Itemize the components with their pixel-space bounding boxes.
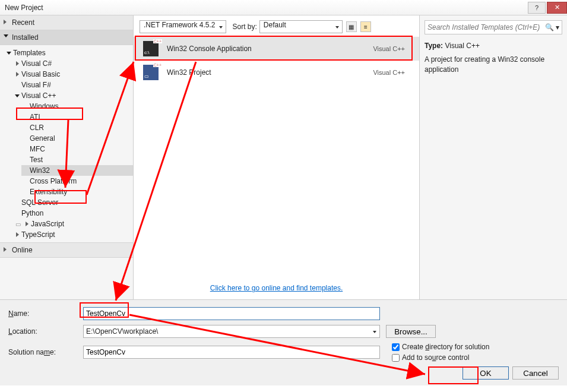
template-name: Win32 Console Application xyxy=(167,45,373,53)
tree-visual-fsharp[interactable]: Visual F# xyxy=(13,80,133,90)
search-box[interactable]: 🔍 ▾ xyxy=(425,20,562,34)
tree-windows[interactable]: Windows xyxy=(21,101,133,112)
chevron-right-icon xyxy=(4,20,7,24)
solution-name-input[interactable] xyxy=(83,346,380,359)
template-win32-project[interactable]: ▭ Win32 Project Visual C++ xyxy=(134,61,419,84)
window-title: New Project xyxy=(5,4,43,12)
tree-atl[interactable]: ATL xyxy=(21,112,133,122)
main-area: Recent Installed Templates Visual C# Vis… xyxy=(0,15,567,299)
chevron-down-icon xyxy=(7,52,11,55)
chevron-right-icon xyxy=(16,72,19,77)
tree-clr[interactable]: CLR xyxy=(21,122,133,133)
framework-dropdown[interactable]: .NET Framework 4.5.2 xyxy=(140,20,226,33)
template-icon: c:\ xyxy=(143,41,159,56)
titlebar: New Project ? ✕ xyxy=(0,0,567,15)
category-installed[interactable]: Installed xyxy=(0,30,133,45)
template-icon: ▭ xyxy=(143,65,159,80)
tree-typescript[interactable]: TypeScript xyxy=(13,229,133,240)
view-list-icon[interactable]: ≡ xyxy=(360,21,371,32)
template-lang: Visual C++ xyxy=(373,45,405,52)
tree-templates[interactable]: Templates xyxy=(5,48,133,58)
category-online[interactable]: Online xyxy=(0,242,133,258)
template-list: c:\ Win32 Console Application Visual C++… xyxy=(134,37,419,278)
tree-extensibility[interactable]: Extensibility xyxy=(21,186,133,197)
category-label: Online xyxy=(12,246,33,254)
chevron-right-icon xyxy=(16,232,19,237)
name-input[interactable] xyxy=(83,307,380,320)
tree-sql-server[interactable]: SQL Server xyxy=(13,197,133,208)
online-link-row: Click here to go online and find templat… xyxy=(134,278,419,299)
create-directory-label: Create directory for solution xyxy=(402,343,489,351)
tree-general[interactable]: General xyxy=(21,133,133,144)
search-icon[interactable]: 🔍 ▾ xyxy=(545,23,559,31)
browse-button[interactable]: Browse... xyxy=(386,325,436,338)
chevron-down-icon xyxy=(15,94,20,97)
view-grid-icon[interactable]: ▦ xyxy=(346,21,357,32)
window-controls: ? ✕ xyxy=(527,2,567,14)
chevron-right-icon xyxy=(16,61,19,66)
left-pane: Recent Installed Templates Visual C# Vis… xyxy=(0,15,134,299)
ok-button[interactable]: OK xyxy=(463,366,509,380)
tree-mfc[interactable]: MFC xyxy=(21,144,133,154)
template-type: Type: Visual C++ xyxy=(425,42,562,50)
tree-visual-csharp[interactable]: Visual C# xyxy=(13,58,133,69)
templates-tree: Templates Visual C# Visual Basic Visual … xyxy=(0,45,133,242)
chevron-down-icon xyxy=(4,34,8,37)
chevron-right-icon xyxy=(26,222,28,226)
tree-visual-basic[interactable]: Visual Basic xyxy=(13,69,133,80)
center-pane: .NET Framework 4.5.2 Sort by: Default ▦ … xyxy=(134,15,419,299)
source-control-checkbox[interactable] xyxy=(392,354,400,362)
help-button[interactable]: ? xyxy=(528,2,546,14)
close-button[interactable]: ✕ xyxy=(547,2,567,14)
category-label: Recent xyxy=(12,18,34,27)
tree-javascript[interactable]: ▭JavaScript xyxy=(13,219,133,229)
template-name: Win32 Project xyxy=(167,68,373,77)
online-templates-link[interactable]: Click here to go online and find templat… xyxy=(210,284,343,292)
folder-icon: ▭ xyxy=(13,221,23,227)
location-input[interactable]: E:\OpenCV\workplace\ xyxy=(83,325,380,338)
location-label: Location: xyxy=(8,327,83,336)
right-pane: 🔍 ▾ Type: Visual C++ A project for creat… xyxy=(419,15,567,299)
sortby-dropdown[interactable]: Default xyxy=(259,20,343,33)
bottom-form: Name: Location: E:\OpenCV\workplace\ Bro… xyxy=(0,299,567,385)
tree-python[interactable]: Python xyxy=(13,208,133,219)
template-lang: Visual C++ xyxy=(373,69,405,76)
source-control-label: Add to source control xyxy=(402,353,469,362)
tree-test[interactable]: Test xyxy=(21,154,133,165)
category-label: Installed xyxy=(12,33,39,42)
tree-cross-platform[interactable]: Cross Platform xyxy=(21,176,133,186)
create-directory-checkbox[interactable] xyxy=(392,343,400,351)
tree-win32[interactable]: Win32 xyxy=(21,165,133,176)
name-label: Name: xyxy=(8,309,83,318)
chevron-right-icon xyxy=(4,247,7,252)
center-toolbar: .NET Framework 4.5.2 Sort by: Default ▦ … xyxy=(134,15,419,37)
search-input[interactable] xyxy=(427,23,545,31)
template-description: A project for creating a Win32 console a… xyxy=(425,55,562,75)
tree-visual-cpp[interactable]: Visual C++ xyxy=(13,90,133,101)
category-recent[interactable]: Recent xyxy=(0,15,133,30)
cancel-button[interactable]: Cancel xyxy=(512,366,559,380)
sortby-label: Sort by: xyxy=(232,23,256,31)
template-win32-console[interactable]: c:\ Win32 Console Application Visual C++ xyxy=(134,37,419,61)
solution-name-label: Solution name: xyxy=(8,348,83,356)
